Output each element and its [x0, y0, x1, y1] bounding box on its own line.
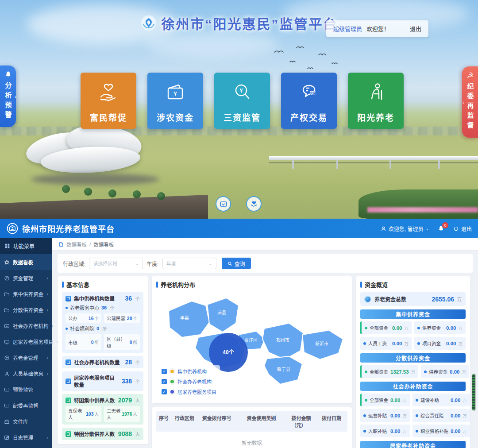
sidebar-item-social-institutions[interactable]: 社会办养老机构 ›: [0, 318, 52, 334]
sidebar-item-data-board[interactable]: 数据看板: [0, 254, 52, 270]
svg-text:¥: ¥: [173, 90, 177, 97]
stat-label: 特困分散供养人数: [74, 430, 115, 437]
tile-label: 产权交易: [290, 111, 328, 123]
checkbox-checked[interactable]: ✓: [162, 389, 167, 394]
checkbox-checked[interactable]: ✓: [162, 379, 167, 384]
tile-label: 涉农资金: [157, 111, 194, 123]
tile-shenong-zijin[interactable]: ¥ 涉农资金: [147, 73, 203, 129]
sidebar-item-label: 集中供养资金: [13, 290, 43, 297]
archive-icon: [4, 419, 10, 425]
screen-icon: [4, 387, 10, 393]
sidebar-item-personnel-info[interactable]: 人员基础信息 ›: [0, 366, 52, 382]
sidebar-item-fund-management[interactable]: 资金管理 ›: [0, 270, 52, 286]
chevron-right-icon: ›: [46, 291, 48, 297]
sidebar-item-label: 养老金管理: [13, 354, 39, 361]
chevron-right-icon: ›: [46, 275, 48, 281]
hero-landing: 徐州市“阳光惠民”监管平台 超级管理员 欢迎您！ 退出 分析预警 › ☭ 纪委再…: [0, 0, 478, 219]
fund-cell: 全部资金1327.53万: [360, 365, 418, 378]
id-card-button[interactable]: [216, 196, 231, 212]
birds-flock: [266, 44, 354, 75]
sidebar-item-pension-management[interactable]: 养老金管理 ›: [0, 350, 52, 366]
card-icon: [4, 323, 10, 329]
tile-chanquan-jiaoyi[interactable]: 交易 产权交易: [281, 73, 337, 129]
sidebar-item-log-management[interactable]: 日志管理 ›: [0, 429, 52, 445]
dashboard-logo-icon: [6, 222, 19, 235]
tile-fumin-bangcu[interactable]: 富民帮促: [81, 73, 136, 129]
stat-unit: 人: [135, 397, 140, 404]
region-label-pizhou: 邳州市: [276, 337, 289, 343]
edit-icon: [4, 435, 10, 440]
sidebar-item-system-management[interactable]: 系统管理 ›: [0, 445, 52, 448]
blocks-trade-icon: 交易: [297, 80, 321, 104]
region-select[interactable]: 请选择区域 ⌄: [89, 258, 143, 269]
sidebar-item-decentralized-fund[interactable]: 分散供养资金 ›: [0, 302, 52, 318]
sidebar-item-label: 居家养老服务项目: [13, 338, 54, 345]
wallet-yuan-icon: ¥: [163, 80, 187, 104]
checkbox-checked[interactable]: ✓: [162, 369, 167, 374]
breadcrumb-root[interactable]: 数据看板: [66, 241, 87, 248]
basic-info-panel: 基本信息 集中供养机构数量 36 个 养老服务中心 36 个: [58, 276, 148, 444]
region-label-xinyi: 新沂市: [315, 341, 328, 346]
chevron-down-icon: ⌄: [425, 226, 429, 231]
tree: [84, 188, 92, 196]
section-header-social-subsidy: 社会办补助资金: [360, 382, 466, 391]
logout-button[interactable]: 退出: [453, 225, 472, 232]
bridge-pillar: [438, 160, 440, 169]
section-header-centralized: 集中供养资金: [360, 309, 466, 319]
analysis-warning-label: 分析预警: [4, 82, 13, 121]
tile-yangguang-yanglao[interactable]: 阳光养老: [348, 73, 404, 129]
chevron-right-icon: ›: [46, 371, 48, 376]
stat-value: 9088: [118, 430, 132, 437]
region-label-fengxian: 丰县: [180, 315, 189, 321]
tree: [62, 185, 70, 193]
legend-centralized: ✓ 集中供养机构: [162, 368, 216, 375]
chevron-down-icon: ⌄: [135, 261, 139, 266]
flower-bed: [367, 207, 478, 212]
fund-cell: 入职补贴0.00万: [360, 425, 410, 437]
scrollbar-thumb[interactable]: [472, 374, 475, 410]
hero-logout-button[interactable]: 退出: [410, 24, 421, 33]
year-filter-label: 年度:: [146, 260, 158, 267]
query-button[interactable]: 查询: [222, 258, 251, 269]
chip-public: 公办16个: [66, 313, 101, 323]
sidebar-item-warning-supervision[interactable]: 预警监管: [0, 382, 52, 398]
map-legend: ✓ 集中供养机构 ✓ 社会办养老机构 ✓: [158, 365, 220, 398]
tile-label: 三资监管: [224, 111, 261, 123]
bridge-pillar: [292, 160, 294, 169]
coin-icon: [4, 355, 10, 361]
user-menu[interactable]: 欢迎您, 管理员 ⌄: [381, 225, 429, 232]
map-bubble-label: 40个: [223, 349, 234, 355]
notifications-button[interactable]: 0: [438, 225, 444, 232]
chevron-right-icon: ›: [46, 355, 48, 360]
bell-icon: [4, 71, 12, 78]
sidebar-item-file-library[interactable]: 文件库: [0, 413, 52, 429]
sub-unit: 所: [102, 325, 107, 332]
fund-cell: 供养资金0.00万: [414, 321, 466, 334]
stat-unit: 人: [135, 431, 140, 437]
analysis-warning-tab[interactable]: 分析预警 ›: [0, 66, 16, 127]
stat-label: 居家养老服务项目数量: [74, 374, 119, 388]
care-service-button[interactable]: [246, 196, 262, 212]
year-select[interactable]: 年度 ⌄: [162, 258, 216, 269]
tree: [133, 190, 141, 198]
basic-info-title: 基本信息: [62, 280, 143, 289]
stat-card-centralized-institutions: 集中供养机构数量 36 个 养老服务中心 36 个 公办16个 公建民营20个: [62, 292, 143, 353]
bridge-pillar: [336, 160, 338, 169]
fund-cell: 全部资金0.00万: [360, 394, 410, 406]
year-placeholder: 年度: [166, 260, 176, 267]
sidebar-item-home-care-projects[interactable]: 居家养老服务项目 ›: [0, 334, 52, 350]
discipline-supervision-tab[interactable]: ☭ 纪委再监督 ‹: [462, 66, 478, 138]
tile-label: 阳光养老: [357, 111, 394, 123]
sub-unit: 个: [110, 305, 114, 311]
sidebar-item-centralized-fund[interactable]: 集中供养资金 ›: [0, 286, 52, 302]
chip-sanwu: 三无老人1976人: [104, 406, 140, 422]
stat-label: 社会办养老机构数量: [74, 359, 120, 366]
sidebar-item-discipline-resupervision[interactable]: 纪委再监督: [0, 398, 52, 413]
tile-sanzi-jianguan[interactable]: ¥ 三资监管: [214, 73, 270, 129]
stat-card-centralized-supported: 特困集中供养人数 2079 人 五保老人103人 三无老人1976人: [62, 394, 143, 425]
grid-icon: [4, 243, 10, 249]
sidebar-item-label: 分散供养资金: [13, 306, 43, 313]
page: 徐州市“阳光惠民”监管平台 超级管理员 欢迎您！ 退出 分析预警 › ☭ 纪委再…: [0, 0, 478, 448]
fund-cell: 建设补助0.00万: [412, 394, 470, 406]
doc-badge-icon: [66, 359, 71, 365]
